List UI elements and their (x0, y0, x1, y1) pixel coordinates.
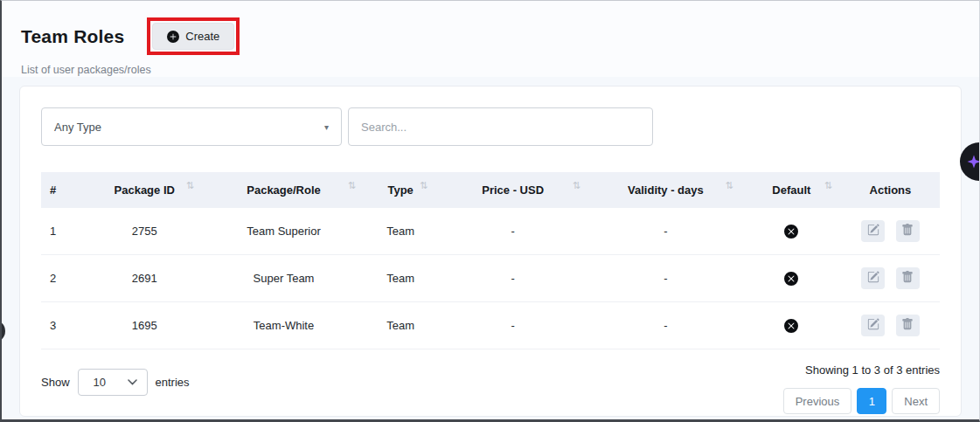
page-size-value: 10 (94, 376, 106, 389)
filter-row: Any Type ▾ (41, 107, 940, 146)
type-filter-select[interactable]: Any Type ▾ (41, 107, 342, 146)
cell-price: - (436, 255, 589, 302)
cell-price: - (436, 208, 589, 255)
column-header-actions: Actions (841, 172, 940, 208)
table-header-row: # Package ID ⇅ Package/Role ⇅ Type ⇅ (41, 172, 940, 208)
create-button-label: Create (185, 30, 219, 43)
page-subtitle: List of user packages/roles (21, 64, 959, 76)
trash-icon (901, 224, 914, 239)
cell-index: 2 (41, 255, 86, 302)
delete-button[interactable] (896, 315, 920, 336)
cell-type: Team (365, 302, 436, 349)
column-header-index: # (41, 172, 86, 208)
column-header-type[interactable]: Type ⇅ (365, 172, 436, 208)
plus-circle-icon (167, 31, 179, 43)
roles-table: # Package ID ⇅ Package/Role ⇅ Type ⇅ (41, 172, 940, 349)
cell-package-id: 2691 (86, 255, 203, 302)
pagination: Previous 1 Next (783, 388, 940, 414)
table-footer: Show 10 entries Showing 1 to 3 of 3 entr… (41, 363, 940, 414)
cell-validity: - (589, 255, 742, 302)
content-area: Any Type ▾ # Package ID ⇅ Package/Role (0, 77, 980, 422)
edit-icon (867, 271, 879, 286)
cell-actions (841, 255, 940, 302)
edit-button[interactable] (861, 267, 885, 289)
sparkle-icon (966, 154, 980, 169)
roles-card: Any Type ▾ # Package ID ⇅ Package/Role (19, 86, 962, 417)
type-filter-value: Any Type (54, 121, 101, 134)
create-button-highlight: Create (147, 17, 240, 55)
cell-price: - (436, 302, 589, 349)
entries-summary: Showing 1 to 3 of 3 entries (805, 363, 940, 377)
cell-package-role: Team Superior (203, 208, 365, 255)
delete-button[interactable] (896, 267, 920, 289)
edit-icon (867, 224, 879, 239)
previous-page-button[interactable]: Previous (783, 388, 852, 414)
next-page-button[interactable]: Next (892, 388, 940, 414)
cell-actions (841, 302, 940, 349)
cell-default (742, 208, 841, 255)
edit-button[interactable] (861, 220, 885, 242)
sort-icon[interactable]: ⇅ (420, 180, 427, 191)
page-header: Team Roles Create List of user packages/… (0, 0, 980, 77)
edit-icon (867, 318, 879, 333)
column-header-package-id[interactable]: Package ID ⇅ (86, 172, 203, 208)
sort-icon[interactable]: ⇅ (824, 180, 832, 191)
cell-default (742, 255, 841, 302)
table-row: 3 1695 Team-White Team - - (41, 302, 940, 349)
caret-down-icon: ▾ (324, 122, 329, 132)
sort-icon[interactable]: ⇅ (348, 180, 356, 191)
x-circle-icon (784, 318, 798, 331)
page-number-button[interactable]: 1 (857, 388, 886, 414)
sort-icon[interactable]: ⇅ (186, 180, 194, 191)
trash-icon (901, 318, 914, 333)
cell-validity: - (589, 302, 742, 349)
column-header-package-role[interactable]: Package/Role ⇅ (203, 172, 365, 208)
cell-type: Team (365, 208, 436, 255)
search-input[interactable] (348, 107, 653, 146)
page-size-select[interactable]: 10 (78, 369, 148, 396)
page-size-control: Show 10 entries (41, 363, 190, 396)
cell-index: 3 (41, 302, 86, 349)
table-row: 1 2755 Team Superior Team - - (41, 208, 940, 255)
entries-label: entries (156, 376, 190, 389)
cell-package-id: 2755 (86, 208, 203, 255)
column-header-price[interactable]: Price - USD ⇅ (436, 172, 589, 208)
column-header-default[interactable]: Default ⇅ (742, 172, 841, 208)
x-circle-icon (784, 271, 798, 284)
edit-button[interactable] (861, 315, 885, 336)
page-title: Team Roles (21, 26, 124, 47)
delete-button[interactable] (896, 220, 920, 242)
table-row: 2 2691 Super Team Team - - (41, 255, 940, 302)
cell-package-role: Team-White (203, 302, 365, 349)
create-button[interactable]: Create (152, 23, 234, 50)
cell-actions (841, 208, 940, 255)
cell-type: Team (365, 255, 436, 302)
x-circle-icon (784, 224, 798, 237)
sort-icon[interactable]: ⇅ (573, 180, 580, 191)
sort-icon[interactable]: ⇅ (726, 180, 733, 191)
cell-package-id: 1695 (86, 302, 203, 349)
cell-validity: - (589, 208, 742, 255)
cell-index: 1 (41, 208, 86, 255)
show-label: Show (41, 376, 70, 389)
trash-icon (901, 271, 914, 286)
chevron-down-icon (128, 379, 137, 385)
cell-package-role: Super Team (203, 255, 365, 302)
column-header-validity[interactable]: Validity - days ⇅ (589, 172, 742, 208)
cell-default (742, 302, 841, 349)
